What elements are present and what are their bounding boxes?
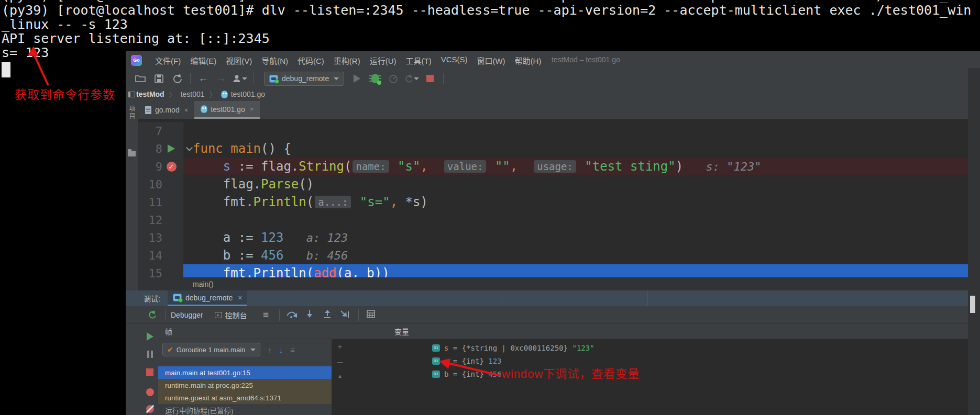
tab-console[interactable]: ▸ 控制台 (215, 310, 247, 320)
run-to-cursor-icon[interactable] (338, 310, 352, 320)
prev-frame-icon[interactable]: ↑ (268, 345, 272, 354)
user-icon[interactable] (233, 72, 247, 85)
frame-row[interactable]: runtime.goexit at asm_amd64.s:1371 (158, 391, 332, 404)
code-token (517, 159, 533, 174)
frame-row[interactable]: 运行中的协程(已暂停) (158, 404, 332, 415)
stop-icon[interactable] (423, 72, 437, 85)
breakpoint-icon[interactable]: ✓ (167, 162, 177, 172)
next-frame-icon[interactable]: ↓ (279, 345, 283, 354)
menu-item-6[interactable]: 运行(U) (365, 53, 401, 68)
tab-test001-go[interactable]: test001.go × (194, 101, 260, 119)
run-icon[interactable] (349, 72, 364, 85)
profiler-icon[interactable] (386, 72, 401, 85)
menu-item-0[interactable]: 文件(F) (150, 53, 185, 68)
remote-debug-config-icon (269, 75, 278, 83)
menu-item-3[interactable]: 导航(N) (257, 53, 293, 68)
tab-go-mod[interactable]: go.mod × (139, 101, 194, 119)
stop-icon[interactable] (145, 367, 155, 377)
close-icon[interactable]: × (250, 105, 254, 113)
evaluate-grid-icon[interactable] (364, 310, 378, 320)
remove-watch-icon[interactable]: ─ (335, 357, 345, 366)
breadcrumb-package[interactable]: test001 (181, 90, 205, 98)
run-config-selector[interactable]: debug_remote (264, 72, 344, 86)
code-line: b := 456 b: 456 (183, 246, 968, 264)
run-config-name: debug_remote (282, 74, 329, 83)
editor-line[interactable]: 7 (138, 122, 968, 140)
code-editor[interactable]: 78func main() {9✓ s := flag.String(name:… (138, 119, 968, 277)
step-over-icon[interactable] (285, 310, 299, 320)
line-number: 11 (138, 196, 162, 209)
step-out-icon[interactable] (321, 309, 334, 320)
variables-header: 变量 (332, 324, 968, 339)
editor-line[interactable]: 10 flag.Parse() (138, 175, 968, 193)
close-icon[interactable]: × (238, 294, 242, 302)
terminal-annotation: 获取到命令行参数 (15, 85, 115, 103)
frames-menu-icon[interactable]: ≡ (290, 345, 295, 354)
goland-logo-icon: Go (131, 55, 142, 66)
sidebar-item-project[interactable]: 项目 (127, 105, 136, 120)
context-function[interactable]: main() (193, 280, 214, 288)
pause-icon[interactable] (145, 349, 155, 360)
frames-header: 帧 (158, 324, 332, 339)
code-line (183, 122, 968, 140)
editor-context-bar: main() (138, 277, 968, 290)
editor-line[interactable]: 14 b := 456 b: 456 (138, 246, 968, 264)
move-watch-up-icon[interactable]: ▲ (335, 373, 345, 379)
window-title: testMod – test001.go (552, 55, 620, 64)
add-watch-icon[interactable]: + (335, 342, 345, 351)
code-token: , (390, 195, 398, 209)
fold-marker-icon[interactable] (186, 144, 193, 151)
editor-line[interactable]: 13 a := 123 a: 123 (138, 229, 968, 246)
menu-item-1[interactable]: 编辑(E) (185, 53, 221, 68)
header-divider (502, 290, 502, 306)
frame-row[interactable]: runtime.main at proc.go:225 (158, 379, 332, 391)
menu-item-8[interactable]: VCS(S) (436, 53, 472, 68)
code-token: (a, b)) (337, 266, 390, 277)
menu-item-2[interactable]: 视图(V) (221, 53, 257, 68)
gutter: 12 (138, 211, 183, 229)
gutter-icon-slot (162, 144, 180, 153)
goroutine-selector[interactable]: ✔ Goroutine 1 main.main (162, 343, 260, 356)
frame-row[interactable]: main.main at test001.go:15 (158, 366, 332, 379)
resume-icon[interactable] (145, 331, 155, 342)
code-line: fmt.Println(add(a, b)) (183, 264, 968, 277)
step-into-icon[interactable] (303, 310, 316, 320)
close-icon[interactable]: × (184, 106, 189, 114)
editor-line[interactable]: 8func main() { (138, 140, 968, 158)
menu-item-5[interactable]: 重构(R) (329, 53, 365, 68)
tab-debugger[interactable]: Debugger (171, 311, 203, 319)
layout-menu-icon[interactable]: ≡ (259, 308, 273, 322)
debug-bug-icon[interactable] (368, 72, 382, 85)
rerun-debug-icon[interactable] (145, 308, 159, 322)
editor-line[interactable]: 12 (138, 211, 968, 229)
menu-item-7[interactable]: 工具(T) (401, 53, 436, 68)
save-icon[interactable] (151, 72, 166, 85)
run-gutter-icon[interactable] (168, 144, 175, 153)
forward-icon[interactable]: → (214, 72, 229, 85)
code-token (283, 230, 306, 245)
breadcrumb-file[interactable]: test001.go (231, 90, 265, 98)
menu-item-4[interactable]: 代码(C) (293, 53, 329, 68)
back-icon[interactable]: ← (196, 72, 211, 85)
gutter: 14 (138, 246, 183, 264)
sync-icon[interactable] (170, 72, 184, 85)
mute-breakpoints-icon[interactable] (145, 403, 155, 414)
editor-line[interactable]: 15 fmt.Println(add(a, b)) (138, 264, 968, 277)
variable-row[interactable]: 01s = {*string | 0xc000116250} "123" (432, 341, 594, 354)
structure-icon[interactable] (128, 92, 135, 97)
rerun-icon[interactable] (404, 72, 419, 85)
code-token: flag. (261, 159, 299, 174)
folder-icon[interactable] (128, 151, 136, 156)
code-line (183, 211, 968, 229)
menu-item-9[interactable]: 窗口(W) (472, 53, 510, 68)
debug-session-tab[interactable]: debug_remote × (168, 290, 247, 306)
open-folder-icon[interactable] (133, 72, 148, 85)
code-token: "" (495, 159, 510, 174)
view-breakpoints-icon[interactable] (145, 387, 155, 397)
editor-line[interactable]: 9✓ s := flag.String(name: "s", value: ""… (138, 158, 968, 175)
editor-line[interactable]: 11 fmt.Println(a...: "s=", *s) (138, 193, 968, 211)
scrollbar-thumb[interactable] (970, 296, 975, 313)
menu-item-10[interactable]: 帮助(H) (510, 53, 546, 68)
remote-debug-config-icon (173, 294, 182, 301)
breadcrumb-module[interactable]: testMod (136, 90, 164, 98)
